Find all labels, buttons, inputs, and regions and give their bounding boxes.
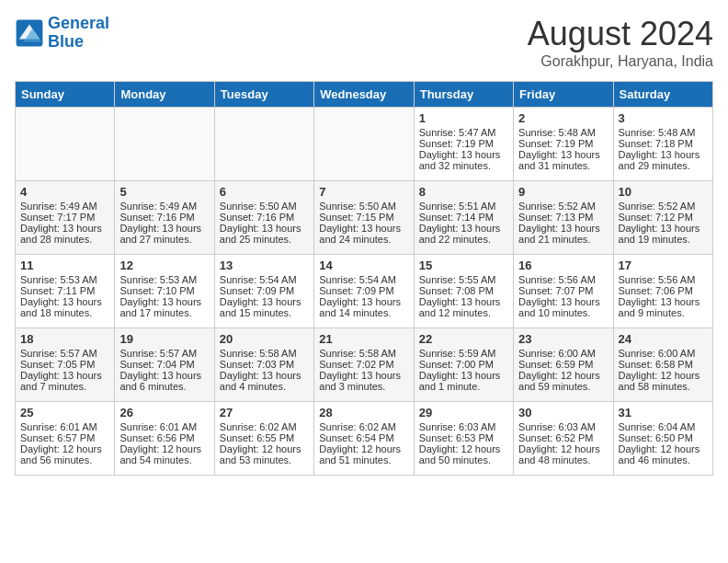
logo-text: General Blue	[48, 15, 109, 52]
logo-line2: Blue	[48, 32, 84, 51]
day-number: 23	[518, 332, 608, 346]
day-info: Sunrise: 5:52 AM	[518, 201, 608, 212]
day-info: and 50 minutes.	[419, 454, 508, 465]
day-info: Daylight: 12 hours	[518, 443, 608, 454]
day-info: Sunset: 7:10 PM	[119, 285, 209, 296]
day-info: and 51 minutes.	[319, 454, 408, 465]
day-info: Daylight: 13 hours	[419, 223, 508, 234]
day-info: Sunrise: 5:47 AM	[419, 127, 508, 138]
day-info: Sunrise: 6:00 AM	[619, 348, 708, 359]
day-number: 20	[220, 332, 309, 346]
day-info: Sunset: 6:58 PM	[619, 359, 708, 370]
day-info: Sunset: 7:07 PM	[518, 285, 608, 296]
day-number: 14	[319, 259, 408, 272]
day-info: Sunset: 7:00 PM	[419, 359, 508, 370]
day-number: 24	[619, 332, 708, 346]
day-info: Daylight: 12 hours	[220, 443, 309, 454]
day-info: Daylight: 13 hours	[419, 370, 508, 381]
day-info: Sunset: 7:19 PM	[518, 138, 608, 149]
day-info: Sunrise: 5:48 AM	[619, 127, 708, 138]
day-info: Sunrise: 5:54 AM	[220, 274, 309, 285]
calendar-cell: 9Sunrise: 5:52 AMSunset: 7:13 PMDaylight…	[514, 181, 613, 255]
day-info: Daylight: 13 hours	[220, 296, 309, 307]
day-info: and 21 minutes.	[518, 234, 608, 245]
calendar-cell: 23Sunrise: 6:00 AMSunset: 6:59 PMDayligh…	[514, 328, 613, 402]
day-info: Sunset: 7:06 PM	[619, 285, 708, 296]
calendar-cell: 25Sunrise: 6:01 AMSunset: 6:57 PMDayligh…	[16, 402, 115, 476]
calendar-cell: 24Sunrise: 6:00 AMSunset: 6:58 PMDayligh…	[613, 328, 712, 402]
day-info: and 22 minutes.	[419, 234, 508, 245]
day-info: Daylight: 13 hours	[20, 296, 109, 307]
day-info: Sunrise: 5:57 AM	[119, 348, 209, 359]
day-info: Sunset: 6:57 PM	[20, 432, 109, 443]
day-info: Daylight: 13 hours	[619, 149, 708, 160]
day-info: Daylight: 13 hours	[119, 370, 209, 381]
day-info: Sunset: 6:56 PM	[119, 432, 209, 443]
day-info: Sunrise: 6:00 AM	[518, 348, 608, 359]
day-info: and 14 minutes.	[319, 307, 408, 318]
day-info: Daylight: 12 hours	[319, 443, 408, 454]
day-info: Sunset: 6:59 PM	[518, 359, 608, 370]
day-info: and 7 minutes.	[20, 381, 109, 392]
day-info: Daylight: 13 hours	[518, 223, 608, 234]
calendar-week-row: 11Sunrise: 5:53 AMSunset: 7:11 PMDayligh…	[16, 255, 713, 328]
day-info: Daylight: 13 hours	[518, 296, 608, 307]
day-info: Sunset: 7:08 PM	[419, 285, 508, 296]
day-info: Daylight: 13 hours	[20, 370, 109, 381]
day-info: Daylight: 12 hours	[619, 370, 708, 381]
day-info: Daylight: 12 hours	[20, 443, 109, 454]
day-info: and 24 minutes.	[319, 234, 408, 245]
day-info: Sunset: 7:16 PM	[119, 212, 209, 223]
calendar-cell: 28Sunrise: 6:02 AMSunset: 6:54 PMDayligh…	[314, 402, 414, 476]
day-info: Sunrise: 5:48 AM	[518, 127, 608, 138]
weekday-header: Sunday	[16, 82, 115, 108]
day-info: Sunrise: 5:56 AM	[619, 274, 708, 285]
weekday-header: Monday	[115, 82, 214, 108]
calendar-cell: 19Sunrise: 5:57 AMSunset: 7:04 PMDayligh…	[115, 328, 214, 402]
calendar-cell: 26Sunrise: 6:01 AMSunset: 6:56 PMDayligh…	[115, 402, 214, 476]
day-number: 2	[518, 111, 608, 125]
day-info: and 48 minutes.	[518, 454, 608, 465]
day-info: Sunrise: 5:49 AM	[119, 201, 209, 212]
calendar-cell: 15Sunrise: 5:55 AMSunset: 7:08 PMDayligh…	[414, 255, 513, 328]
weekday-header: Tuesday	[214, 82, 313, 108]
day-info: and 58 minutes.	[619, 381, 708, 392]
day-info: Sunset: 6:54 PM	[319, 432, 408, 443]
calendar-cell: 29Sunrise: 6:03 AMSunset: 6:53 PMDayligh…	[414, 402, 513, 476]
day-info: and 54 minutes.	[119, 454, 209, 465]
calendar-cell: 13Sunrise: 5:54 AMSunset: 7:09 PMDayligh…	[214, 255, 313, 328]
day-info: Sunrise: 5:51 AM	[419, 201, 508, 212]
day-info: Daylight: 13 hours	[220, 223, 309, 234]
day-number: 15	[419, 259, 508, 272]
logo: General Blue	[15, 15, 109, 52]
day-info: Sunrise: 6:01 AM	[119, 421, 209, 432]
day-info: and 29 minutes.	[619, 160, 708, 171]
day-info: Sunrise: 5:57 AM	[20, 348, 109, 359]
day-info: and 4 minutes.	[220, 381, 309, 392]
logo-line1: General	[48, 14, 109, 32]
day-info: Sunrise: 5:53 AM	[20, 274, 109, 285]
day-info: Sunrise: 5:58 AM	[220, 348, 309, 359]
day-number: 21	[319, 332, 408, 346]
day-number: 16	[518, 259, 608, 272]
day-info: and 25 minutes.	[220, 234, 309, 245]
day-number: 3	[619, 111, 708, 125]
day-info: Daylight: 12 hours	[119, 443, 209, 454]
day-info: Daylight: 13 hours	[419, 296, 508, 307]
day-info: Sunset: 7:13 PM	[518, 212, 608, 223]
day-info: Sunrise: 5:50 AM	[220, 201, 309, 212]
day-info: Sunrise: 5:50 AM	[319, 201, 408, 212]
day-info: Daylight: 13 hours	[518, 149, 608, 160]
day-number: 22	[419, 332, 508, 346]
day-info: Daylight: 13 hours	[319, 296, 408, 307]
logo-icon	[15, 18, 44, 48]
day-info: Daylight: 13 hours	[20, 223, 109, 234]
day-info: Daylight: 13 hours	[119, 223, 209, 234]
day-info: and 3 minutes.	[319, 381, 408, 392]
day-number: 27	[220, 406, 309, 419]
day-number: 26	[119, 406, 209, 419]
day-info: Sunrise: 5:56 AM	[518, 274, 608, 285]
day-info: Sunrise: 5:59 AM	[419, 348, 508, 359]
day-info: Sunset: 7:19 PM	[419, 138, 508, 149]
day-info: and 19 minutes.	[619, 234, 708, 245]
